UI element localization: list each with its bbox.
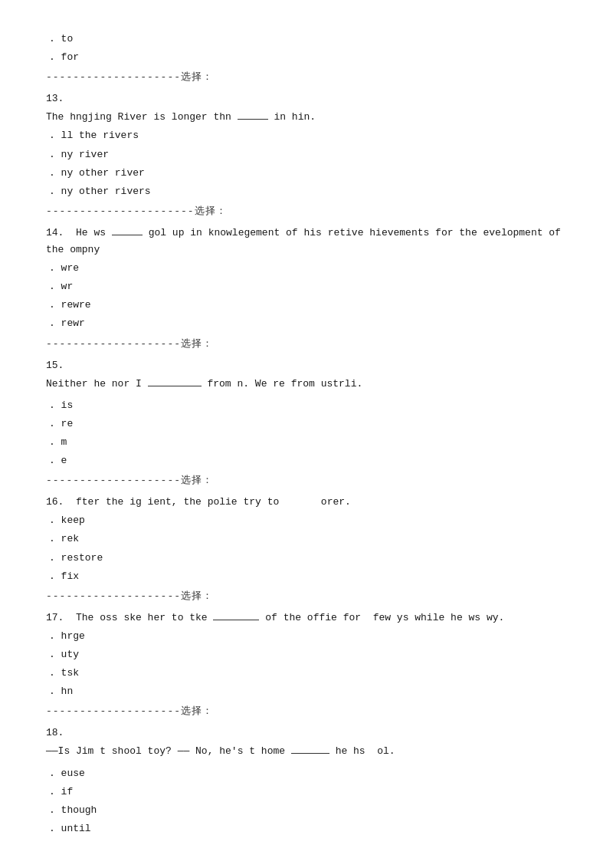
divider-17: --------------------选择：	[46, 703, 567, 720]
q13-opt-b: . ny river	[49, 146, 567, 163]
option-for: . for	[49, 49, 567, 66]
q15-opt-c: . m	[49, 434, 567, 451]
divider-15: --------------------选择：	[46, 472, 567, 489]
q15-opt-b: . re	[49, 416, 567, 432]
q15-prompt: Neither he nor I from n. We re from ustr…	[46, 376, 567, 393]
q16-opt-a: . keep	[49, 512, 567, 529]
question-13: 13. The hngjing River is longer thn in h…	[46, 90, 567, 200]
q17-opt-d: . hn	[49, 683, 567, 700]
q18-opt-b: . if	[49, 784, 567, 801]
q18-prompt: ——Is Jim t shool toy? —— No, he's t home…	[46, 743, 567, 760]
q14-opt-a: . wre	[49, 260, 567, 277]
q17-opt-c: . tsk	[49, 665, 567, 682]
q13-num: 13.	[46, 90, 567, 107]
q17-opt-b: . uty	[49, 646, 567, 663]
divider-pre13: --------------------选择：	[46, 69, 567, 86]
q16-opt-b: . rek	[49, 531, 567, 547]
q14-opt-d: . rewr	[49, 315, 567, 332]
q13-opt-d: . ny other rivers	[49, 183, 567, 200]
q16-opt-d: . fix	[49, 568, 567, 585]
q14-num: 14. He ws gol up in knowlegement of his …	[46, 225, 567, 258]
q18-opt-d: . until	[49, 820, 567, 837]
q14-opt-c: . rewre	[49, 297, 567, 314]
q13-prompt: The hngjing River is longer thn in hin.	[46, 109, 567, 126]
q13-opt-c: . ny other river	[49, 165, 567, 182]
pre-options: . to . for	[46, 31, 567, 66]
exam-content: . to . for --------------------选择： 13. T…	[46, 31, 567, 837]
q16-opt-c: . restore	[49, 550, 567, 567]
question-18: 18. ——Is Jim t shool toy? —— No, he's t …	[46, 725, 567, 837]
q14-opt-b: . wr	[49, 278, 567, 295]
question-16: 16. fter the ig ient, the polie try to o…	[46, 494, 567, 584]
q18-opt-a: . euse	[49, 765, 567, 782]
q15-opt-a: . is	[49, 397, 567, 414]
q18-opt-c: . though	[49, 802, 567, 819]
question-15: 15. Neither he nor I from n. We re from …	[46, 357, 567, 470]
q16-num: 16. fter the ig ient, the polie try to o…	[46, 494, 567, 511]
q13-opt-a: . ll the rivers	[49, 127, 567, 144]
q15-opt-d: . e	[49, 452, 567, 469]
option-to: . to	[49, 31, 567, 48]
divider-14: --------------------选择：	[46, 336, 567, 353]
divider-16: --------------------选择：	[46, 588, 567, 605]
q17-opt-a: . hrge	[49, 628, 567, 645]
q17-num: 17. The oss ske her to tke of the offie …	[46, 610, 567, 626]
question-14: 14. He ws gol up in knowlegement of his …	[46, 225, 567, 333]
divider-13: ----------------------选择：	[46, 203, 567, 220]
q15-num: 15.	[46, 357, 567, 374]
question-17: 17. The oss ske her to tke of the offie …	[46, 610, 567, 700]
q18-num: 18.	[46, 725, 567, 741]
